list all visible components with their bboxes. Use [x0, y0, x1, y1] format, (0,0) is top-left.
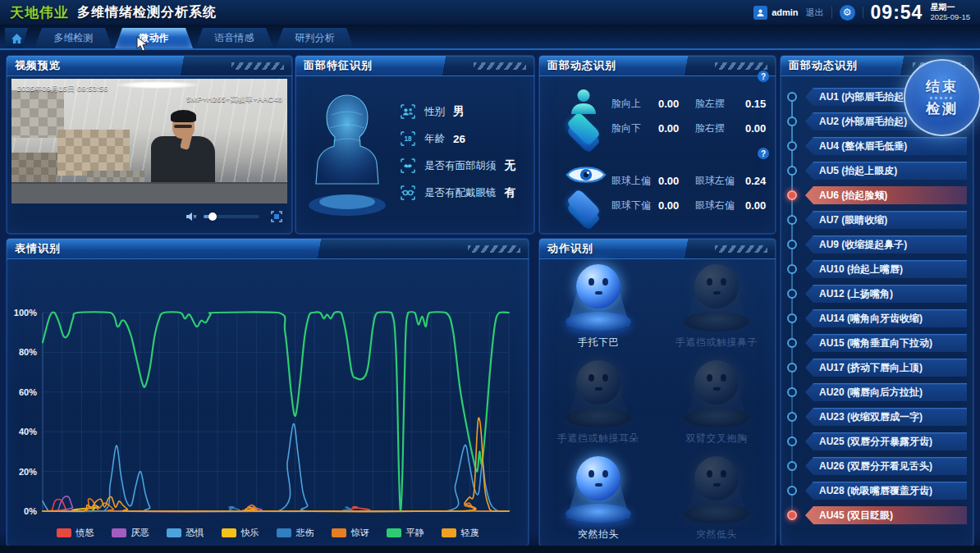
- face-feature-panel: 面部特征识别 性别男18年龄26是否有面部胡须无是否有配戴眼镜有: [295, 56, 534, 234]
- panel-header: 视频预览: [7, 56, 292, 76]
- expression-chart-panel: 表情识别 100%80%60%40%20%0% 愤怒厌恶恐惧快乐悲伤惊讶平静轻蔑: [7, 239, 529, 546]
- dynamic-label: 眼球下偏: [611, 199, 654, 213]
- legend-item: 快乐: [222, 527, 259, 539]
- person-glasses: [174, 125, 192, 128]
- eye-icon: [561, 162, 607, 222]
- panel-title: 动作识别: [547, 241, 593, 256]
- dynamic-value: 0.00: [658, 98, 691, 110]
- au-item-row: AU4 (整体眉毛低垂): [805, 137, 967, 155]
- au-status-dot: [787, 289, 797, 299]
- au-item: AU25 (双唇分开暴露牙齿): [805, 432, 967, 450]
- tab-voice-emotion[interactable]: 语音情感: [195, 28, 273, 48]
- au-status-dot: [787, 190, 797, 200]
- logout-button[interactable]: 退出: [806, 7, 824, 19]
- video-player[interactable]: 2025年09月15日 09:53:56 5MP+H265+高帧率+AAC48: [11, 79, 287, 203]
- feature-row: 性别男: [399, 102, 515, 121]
- home-button[interactable]: [5, 28, 28, 48]
- au-status-dot: [787, 166, 797, 176]
- help-icon[interactable]: ?: [758, 71, 769, 82]
- user-chip[interactable]: admin: [753, 6, 798, 20]
- chart-legend: 愤怒厌恶恐惧快乐悲伤惊讶平静轻蔑: [7, 527, 529, 539]
- svg-text:60%: 60%: [19, 387, 37, 397]
- legend-label: 快乐: [241, 527, 259, 539]
- au-status-dot: [787, 264, 797, 274]
- au-item-row: AU9 (收缩提起鼻子): [805, 235, 967, 254]
- panel-header: 动作识别: [539, 239, 776, 259]
- legend-label: 悲伤: [296, 527, 314, 539]
- office-desks: [11, 182, 287, 203]
- au-item-row: AU20 (嘴唇向后方拉扯): [805, 383, 967, 401]
- feature-value: 26: [453, 133, 465, 145]
- action-label: 突然低头: [696, 528, 737, 542]
- au-label: AU7 (眼睛收缩): [805, 213, 887, 227]
- au-status-dot: [787, 141, 797, 151]
- legend-item: 恐惧: [167, 527, 204, 539]
- feature-row: 是否有配戴眼镜有: [399, 183, 515, 203]
- au-status-dot: [787, 338, 797, 348]
- au-item: AU28 (吮吸嘴唇覆盖牙齿): [805, 482, 967, 500]
- au-item: AU10 (抬起上嘴唇): [805, 260, 967, 278]
- au-item: AU45 (双目眨眼): [805, 506, 967, 524]
- legend-label: 厌恶: [131, 527, 149, 539]
- tab-micro-action[interactable]: 微动作: [115, 28, 193, 48]
- tab-judge-analysis[interactable]: 研判分析: [276, 28, 354, 48]
- action-item: 突然抬头: [559, 456, 638, 542]
- video-osd-timestamp: 2025年09月15日 09:53:56: [17, 84, 108, 94]
- dynamic-value: 0.00: [658, 122, 691, 135]
- hologram-orb-icon: [559, 456, 638, 523]
- au-label: AU17 (挤动下唇向上顶): [805, 361, 923, 375]
- feature-label: 性别: [424, 105, 445, 119]
- age-icon: 18: [399, 130, 417, 148]
- feature-label: 是否有面部胡须: [424, 159, 497, 173]
- svg-text:20%: 20%: [19, 467, 37, 477]
- date-label: 2025-09-15: [930, 12, 970, 22]
- legend-swatch: [442, 528, 456, 537]
- dynamic-label: 眼球上偏: [611, 174, 654, 188]
- au-status-dot: [787, 313, 797, 323]
- help-icon[interactable]: ?: [758, 148, 769, 159]
- end-detection-button[interactable]: 结束 检测: [904, 59, 980, 136]
- fullscreen-icon[interactable]: [271, 211, 282, 222]
- legend-item: 平静: [387, 527, 424, 539]
- expression-line-chart: 100%80%60%40%20%0%: [7, 258, 529, 519]
- action-label: 双臂交叉抱胸: [686, 432, 748, 446]
- light-reflection: [117, 81, 199, 89]
- user-name: admin: [772, 7, 798, 17]
- svg-text:18: 18: [404, 135, 412, 143]
- au-item-row: AU7 (眼睛收缩): [805, 211, 967, 229]
- au-item-row: AU6 (抬起脸颊): [805, 186, 967, 204]
- volume-knob[interactable]: [208, 213, 217, 221]
- action-item: 双臂交叉抱胸: [677, 360, 756, 446]
- au-item: AU20 (嘴唇向后方拉扯): [805, 383, 967, 401]
- au-item-row: AU25 (双唇分开暴露牙齿): [805, 432, 967, 450]
- au-item: AU14 (嘴角向牙齿收缩): [805, 309, 967, 327]
- bottom-bar: [0, 546, 980, 553]
- dynamic-label: 脸左摆: [695, 97, 741, 111]
- au-label: AU1 (内部眉毛抬起): [805, 90, 907, 104]
- au-item-row: AU5 (抬起上眼皮): [805, 162, 967, 180]
- action-item: 手遮挡或触摸耳朵: [557, 360, 639, 446]
- app-header: 天地伟业 多维情绪检测分析系统 admin 退出 ⚙ 09:54 星期一 202…: [0, 0, 980, 25]
- au-label: AU6 (抬起脸颊): [805, 189, 887, 203]
- dynamic-label: 脸向下: [611, 121, 654, 135]
- legend-swatch: [222, 528, 236, 537]
- header-divider: [831, 7, 832, 18]
- au-item-row: AU10 (抬起上嘴唇): [805, 260, 967, 278]
- au-label: AU15 (嘴角垂直向下拉动): [805, 336, 932, 350]
- au-status-dot: [787, 387, 797, 397]
- feature-label: 是否有配戴眼镜: [424, 186, 497, 200]
- panel-title: 面部特征识别: [304, 58, 373, 73]
- au-status-dot: [787, 363, 797, 372]
- person-hair: [171, 110, 196, 122]
- action-recognition-panel: 动作识别 手托下巴手遮挡或触摸鼻子手遮挡或触摸耳朵双臂交叉抱胸突然抬头突然低头: [539, 239, 776, 546]
- legend-swatch: [57, 528, 71, 537]
- au-label: AU10 (抬起上嘴唇): [805, 263, 903, 276]
- clock-time: 09:54: [871, 2, 923, 24]
- settings-gear-icon[interactable]: ⚙: [840, 5, 855, 21]
- svg-text:100%: 100%: [14, 308, 37, 318]
- tab-multi-detect[interactable]: 多维检测: [34, 28, 112, 48]
- volume-slider[interactable]: [204, 215, 259, 218]
- dynamic-value: 0.24: [745, 175, 778, 187]
- au-item: AU26 (双唇分开看见舌头): [805, 457, 967, 475]
- mute-icon[interactable]: [185, 212, 197, 222]
